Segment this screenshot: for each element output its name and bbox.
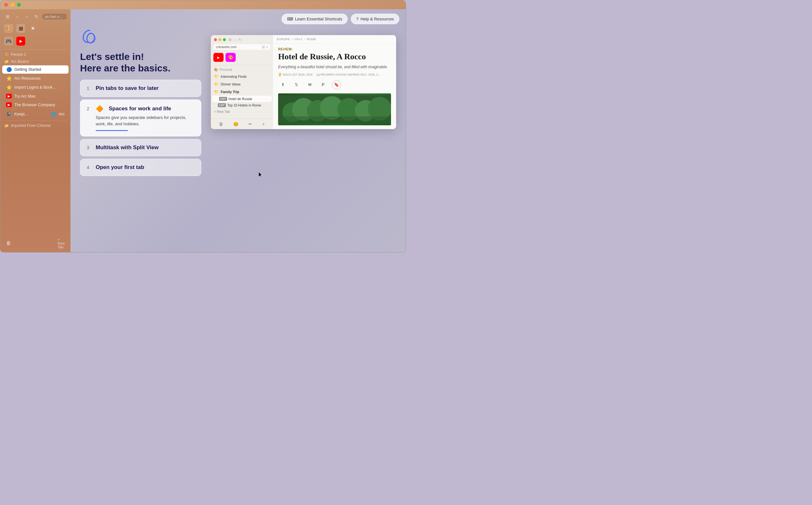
forward-button[interactable]: › — [23, 13, 30, 20]
mock-new-tab-label: + New Tab — [214, 110, 230, 114]
sidebar-item-arc-max[interactable]: ▶ Try Arc Max — [2, 92, 68, 100]
mock-sub-item-label: Top 10 Hotels in Rome — [227, 103, 261, 107]
mock-url: cntraveler.com — [216, 45, 236, 49]
folder-icon: 📁 — [4, 59, 9, 64]
step-title-3: Multitask with Split View — [96, 144, 159, 151]
maximize-button[interactable] — [17, 3, 21, 7]
sidebar-nav-bar: ⊞ ‹ › ↻ ps://arc.net/welcome-to-arc — [0, 12, 70, 23]
step-number-4: 4 — [87, 165, 92, 170]
mock-article: REVIEW: Hotel de Russie, A Rocco Everyth… — [273, 44, 396, 129]
person-label[interactable]: 🎨 Person 2 — [0, 51, 70, 58]
breadcrumb-sep2: › — [304, 38, 306, 41]
minimize-button[interactable] — [11, 3, 14, 7]
browser-company-icon: ▶ — [6, 102, 12, 107]
mock-sidebar-dinner-ideas: 📁 Dinner Ideas — [211, 80, 273, 88]
refresh-button[interactable]: ↻ — [33, 13, 40, 20]
mock-sidebar-item-label: Family Trip — [221, 90, 239, 94]
mock-pinterest-icon: P — [318, 80, 328, 90]
sidebar-item-imported-chrome[interactable]: 📁 Imported From Chrome — [0, 122, 70, 129]
sidebar-toggle-button[interactable]: ⊞ — [4, 13, 11, 20]
youtube-favicon[interactable]: ▶ — [16, 37, 25, 45]
mock-social-icons: f 𝕏 ✉ P 🔖 — [278, 80, 391, 90]
keyboard-icon: ⌨ — [287, 17, 293, 21]
sidebar-item-label: Imported From Chrome — [11, 123, 51, 128]
mock-url-bar: cntraveler.com ⛓ ≡ — [213, 44, 271, 50]
url-bar: ps://arc.net/welcome-to-arc — [42, 14, 67, 19]
section-label: Arc Basics — [11, 59, 29, 64]
mock-breadcrumb: EUROPE › ITALY › ROME — [273, 35, 396, 44]
mock-sidebar: ⊞ ‹ › ↻ cntraveler.com ⛓ ≡ ▶ — [211, 35, 273, 129]
mock-trash-icon: 🗑 — [219, 122, 223, 127]
mock-email-icon: ✉ — [305, 80, 314, 90]
trash-icon[interactable]: 🗑 — [4, 239, 13, 248]
mock-save-bookmark-icon: 🔖 — [332, 80, 341, 90]
new-tab-label: + New Tab — [58, 237, 67, 249]
step-card-4[interactable]: 4 Open your first tab — [80, 159, 201, 176]
mock-sub-hotel-russie: CNT Hotel de Russie — [212, 96, 272, 102]
spaces-icon: 🔶 — [96, 105, 104, 113]
sidebar: ⊞ ‹ › ↻ ps://arc.net/welcome-to-arc 🎨 ⊞ … — [0, 9, 70, 252]
mock-sidebar-item-label: Interesting Finds — [221, 74, 247, 78]
step-progress-2 — [96, 130, 128, 131]
mock-sub-item-label: Hotel de Russie — [229, 97, 252, 101]
sidebar-item-keepi[interactable]: 📓 Keepi... — [4, 110, 46, 118]
arc-icon: 🌐 — [50, 112, 56, 117]
step-card-1[interactable]: 1 Pin tabs to save for later — [80, 80, 201, 97]
sidebar-divider-1 — [4, 49, 67, 50]
mock-award-readers: 📖 READERS CHOICE AWARDS 2017, 2018, 2... — [316, 73, 380, 76]
sidebar-item-label: The Browser Company — [14, 103, 55, 107]
breadcrumb-italy: ITALY — [294, 38, 303, 41]
mock-award-gold: 🏆 GOLD LIST 2020, 2018 — [278, 73, 313, 76]
step-card-2[interactable]: 2 🔶 Spaces for work and life Spaces give… — [80, 100, 201, 137]
help-icon: ? — [356, 17, 358, 21]
sidebar-item-arc-resources[interactable]: ⭐ Arc Resources — [2, 74, 68, 82]
mock-review-label: REVIEW: — [278, 47, 391, 51]
sidebar-item-label: Import Logins & Book... — [14, 85, 56, 90]
mock-titlebar: ⊞ ‹ › ↻ — [211, 35, 273, 44]
plus-favicon[interactable]: ⊞ — [16, 24, 25, 33]
back-button[interactable]: ‹ — [14, 13, 21, 20]
getting-started-icon: 🔵 — [6, 67, 12, 72]
mock-plus-icon: + — [262, 122, 265, 127]
close-button[interactable] — [4, 3, 8, 7]
learn-shortcuts-button[interactable]: ⌨ Learn Essential Shortcuts — [282, 14, 348, 24]
mock-sidebar-family-trip: 📁 Family Trip — [211, 88, 273, 96]
chrome-folder-icon: 📁 — [4, 123, 9, 128]
sidebar-item-arc[interactable]: 🌐 Arc — [48, 110, 67, 118]
step-title-4: Open your first tab — [96, 164, 144, 171]
mock-sidebar-divider — [213, 65, 271, 65]
mock-personal-text: Personal — [219, 68, 232, 71]
svg-rect-8 — [278, 116, 391, 123]
mock-sidebar-interesting-finds: 📁 Interesting Finds — [211, 73, 273, 80]
step-card-3[interactable]: 3 Multitask with Split View — [80, 139, 201, 156]
mock-person-label: 🎨 Personal — [211, 67, 273, 73]
arc-logo — [80, 29, 201, 48]
step-number-2: 2 — [87, 106, 92, 111]
sidebar-bottom: 🗑 + New Tab — [0, 236, 70, 250]
mock-article-content: EUROPE › ITALY › ROME REVIEW: Hotel de R… — [273, 35, 396, 129]
figma-favicon[interactable]: 🎨 — [4, 24, 13, 33]
sidebar-item-browser-company[interactable]: ▶ The Browser Company — [2, 101, 68, 109]
help-resources-button[interactable]: ? Help & Resources — [351, 14, 399, 24]
arc-max-icon: ▶ — [6, 94, 12, 99]
new-tab-button[interactable]: + New Tab — [58, 239, 67, 248]
arc-basics-section[interactable]: 📁 Arc Basics — [0, 58, 70, 65]
step-title-1: Pin tabs to save for later — [96, 85, 159, 92]
content-area: Let's settle in! Here are the basics. 1 … — [70, 29, 406, 252]
mock-facebook-icon: f — [278, 80, 288, 90]
sidebar-item-import-logins[interactable]: ⭐ Import Logins & Book... — [2, 83, 68, 92]
step-title-2: Spaces for work and life — [109, 106, 171, 112]
step-number-1: 1 — [87, 86, 92, 91]
sidebar-item-getting-started[interactable]: 🔵 Getting Started — [2, 65, 68, 73]
mock-pencil-icon: ✏ — [249, 122, 252, 127]
mock-fav-figma: 🎨 — [225, 53, 236, 62]
welcome-title-line1: Let's settle in! — [80, 51, 201, 62]
welcome-title: Let's settle in! Here are the basics. — [80, 51, 201, 74]
keepi-icon: 📓 — [6, 112, 12, 117]
arc-resources-icon: ⭐ — [6, 76, 12, 81]
mock-article-title: Hotel de Russie, A Rocco — [278, 52, 391, 61]
step-number-3: 3 — [87, 145, 92, 150]
game-favicon[interactable]: 🎮 — [4, 37, 13, 45]
x-favicon[interactable]: ✕ — [28, 24, 37, 33]
breadcrumb-sep1: › — [292, 38, 293, 41]
